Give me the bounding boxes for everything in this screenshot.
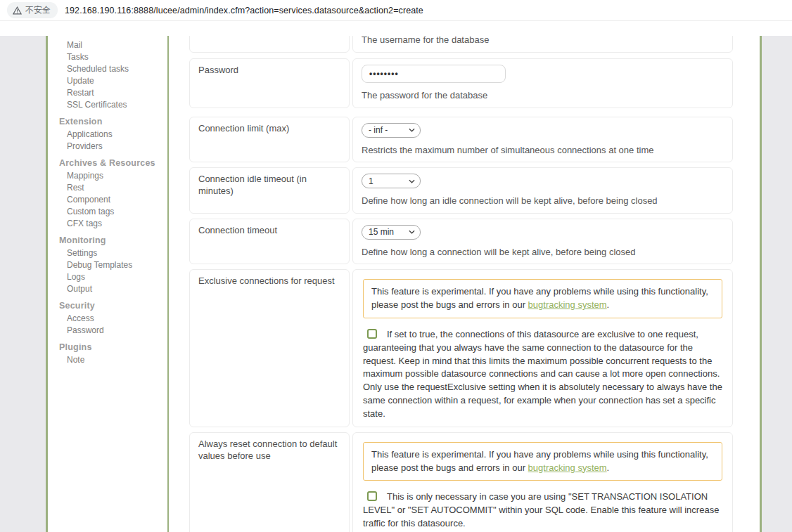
- security-badge-label: 不安全: [25, 4, 51, 16]
- sidebar-item-component[interactable]: Component: [59, 193, 167, 205]
- sidebar-item-tasks[interactable]: Tasks: [59, 51, 167, 63]
- username-content-cell: The username for the database: [352, 36, 733, 53]
- experimental-warning-period: .: [607, 462, 610, 473]
- connection-timeout-select[interactable]: 15 min: [362, 225, 421, 240]
- connection-timeout-description: Define how long a connection will be kep…: [362, 246, 724, 259]
- exclusive-connections-content: This feature is experimental. If you hav…: [352, 269, 733, 427]
- idle-timeout-label: Connection idle timeout (in minutes): [189, 167, 350, 214]
- url-text[interactable]: 192.168.190.116:8888/lucee/admin/index.c…: [65, 6, 423, 15]
- chevron-down-icon: [409, 179, 415, 183]
- sidebar-item-note[interactable]: Note: [59, 353, 167, 365]
- reset-connection-label: Always reset connection to default value…: [189, 432, 350, 532]
- connection-limit-row: Connection limit (max) - inf - Restricts…: [189, 117, 733, 163]
- sidebar-item-access[interactable]: Access: [59, 312, 167, 324]
- sidebar-group-security: Security Access Password: [59, 301, 167, 336]
- reset-connection-content: This feature is experimental. If you hav…: [352, 432, 733, 532]
- exclusive-checkbox-text: If set to true, the connections of this …: [363, 329, 722, 419]
- password-label: Password: [189, 58, 350, 108]
- idle-timeout-select[interactable]: 1: [362, 174, 421, 188]
- sidebar-item-update[interactable]: Update: [59, 74, 167, 86]
- sidebar-item-applications[interactable]: Applications: [59, 128, 167, 140]
- username-row: The username for the database: [189, 36, 733, 53]
- password-row: Password The password for the database: [189, 58, 733, 108]
- connection-limit-content: - inf - Restricts the maximum number of …: [352, 117, 733, 163]
- idle-timeout-description: Define how long an idle connection will …: [362, 195, 724, 207]
- idle-timeout-selected-value: 1: [369, 176, 373, 187]
- sidebar-item-mappings[interactable]: Mappings: [59, 169, 167, 181]
- sidebar-group-monitoring: Monitoring Settings Debug Templates Logs…: [59, 235, 167, 294]
- connection-timeout-content: 15 min Define how long a connection will…: [352, 219, 733, 265]
- exclusive-checkbox-paragraph: If set to true, the connections of this …: [362, 327, 724, 421]
- connection-timeout-row: Connection timeout 15 min Define how lon…: [189, 219, 733, 265]
- admin-panel: Mail Tasks Scheduled tasks Update Restar…: [46, 36, 762, 532]
- sidebar-group-extension: Extension Applications Providers: [59, 117, 167, 152]
- reset-checkbox-text: This is only necessary in case you are u…: [363, 491, 719, 528]
- sidebar-item-restart[interactable]: Restart: [59, 86, 167, 98]
- sidebar-nav: Mail Tasks Scheduled tasks Update Restar…: [48, 36, 169, 532]
- sidebar-item-output[interactable]: Output: [59, 283, 167, 294]
- password-content-cell: The password for the database: [352, 58, 733, 108]
- chevron-down-icon: [409, 230, 415, 234]
- password-description: The password for the database: [362, 89, 724, 102]
- sidebar-item-custom-tags[interactable]: Custom tags: [59, 205, 167, 217]
- bugtracking-link[interactable]: bugtracking system: [528, 462, 607, 473]
- exclusive-connections-checkbox[interactable]: [367, 329, 377, 339]
- sidebar-item-scheduled-tasks[interactable]: Scheduled tasks: [59, 63, 167, 74]
- sidebar-item-logs[interactable]: Logs: [59, 271, 167, 283]
- reset-checkbox-paragraph: This is only necessary in case you are u…: [362, 489, 724, 531]
- connection-limit-selected-value: - inf -: [369, 124, 388, 136]
- exclusive-connections-row: Exclusive connections for request This f…: [189, 269, 733, 427]
- security-badge[interactable]: 不安全: [7, 2, 58, 18]
- browser-address-bar[interactable]: 不安全 192.168.190.116:8888/lucee/admin/ind…: [0, 0, 792, 21]
- idle-timeout-content: 1 Define how long an idle connection wil…: [352, 167, 733, 214]
- password-input[interactable]: [362, 65, 506, 83]
- sidebar-group-archives-resources: Archives & Resources Mappings Rest Compo…: [59, 158, 167, 229]
- sidebar-item-debug-templates[interactable]: Debug Templates: [59, 259, 167, 271]
- experimental-warning-box: This feature is experimental. If you hav…: [363, 279, 722, 318]
- exclusive-connections-label: Exclusive connections for request: [189, 269, 350, 427]
- bugtracking-link[interactable]: bugtracking system: [528, 299, 607, 310]
- sidebar-group-plugins: Plugins Note: [59, 342, 167, 365]
- sidebar-header-archives-resources: Archives & Resources: [59, 158, 167, 168]
- sidebar-item-rest[interactable]: Rest: [59, 181, 167, 193]
- reset-connection-checkbox[interactable]: [367, 491, 377, 501]
- sidebar-item-ssl-certificates[interactable]: SSL Certificates: [59, 98, 167, 110]
- connection-timeout-label: Connection timeout: [189, 219, 350, 265]
- username-description: The username for the database: [362, 36, 724, 46]
- experimental-warning-box: This feature is experimental. If you hav…: [363, 442, 722, 481]
- warning-triangle-icon: [13, 6, 22, 15]
- connection-limit-label: Connection limit (max): [189, 117, 350, 163]
- idle-timeout-row: Connection idle timeout (in minutes) 1 D…: [189, 167, 733, 214]
- connection-limit-select[interactable]: - inf -: [362, 123, 421, 138]
- chevron-down-icon: [409, 128, 415, 132]
- sidebar-item-cfx-tags[interactable]: CFX tags: [59, 217, 167, 229]
- sidebar-group-services: Mail Tasks Scheduled tasks Update Restar…: [59, 39, 167, 110]
- page-background: Mail Tasks Scheduled tasks Update Restar…: [0, 36, 792, 532]
- datasource-form: The username for the database Password T…: [169, 36, 760, 532]
- sidebar-item-password[interactable]: Password: [59, 324, 167, 336]
- experimental-warning-period: .: [607, 299, 610, 310]
- username-label-cell: [189, 36, 350, 53]
- sidebar-item-settings[interactable]: Settings: [59, 247, 167, 259]
- sidebar-header-monitoring: Monitoring: [59, 235, 167, 245]
- reset-connection-row: Always reset connection to default value…: [189, 432, 733, 532]
- connection-limit-description: Restricts the maximum number of simultan…: [362, 144, 724, 157]
- connection-timeout-selected-value: 15 min: [369, 226, 394, 238]
- sidebar-header-plugins: Plugins: [59, 342, 167, 352]
- sidebar-item-mail[interactable]: Mail: [59, 39, 167, 51]
- sidebar-header-extension: Extension: [59, 117, 167, 126]
- sidebar-item-providers[interactable]: Providers: [59, 140, 167, 152]
- page-gray-area: Mail Tasks Scheduled tasks Update Restar…: [0, 36, 792, 532]
- sidebar-header-security: Security: [59, 301, 167, 311]
